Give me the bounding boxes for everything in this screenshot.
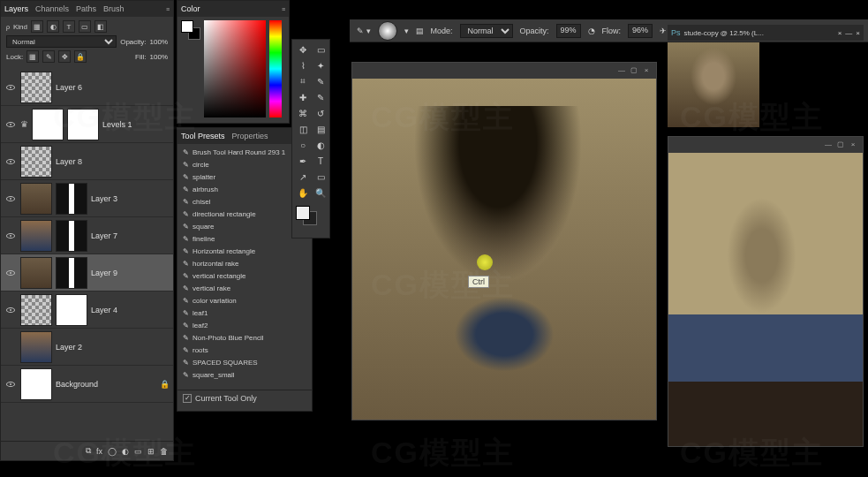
path-tool[interactable]: ↗ (294, 169, 312, 185)
visibility-toggle[interactable] (4, 193, 17, 205)
canvas-reference[interactable] (668, 153, 863, 446)
tab-properties[interactable]: Properties (232, 132, 268, 140)
canvas-main-titlebar[interactable]: — ▢ × (352, 63, 656, 79)
pressure-opacity-icon[interactable]: ◔ (588, 26, 595, 35)
layer-name[interactable]: Layer 6 (56, 83, 82, 92)
adjustment-layer-icon[interactable]: ◐ (122, 447, 129, 456)
fill-value[interactable]: 100% (150, 53, 168, 61)
group-icon[interactable]: ▭ (134, 447, 142, 456)
tool-foreground-swatch[interactable] (296, 206, 310, 220)
preset-item[interactable]: ✎Non-Photo Blue Pencil (177, 331, 312, 344)
move-tool[interactable]: ✥ (294, 42, 312, 57)
opacity-field[interactable]: 99% (556, 24, 581, 38)
color-menu-icon[interactable]: ≡ (282, 6, 285, 12)
layer-mask-thumbnail[interactable] (56, 183, 87, 215)
canvas-main[interactable] (352, 79, 656, 420)
preset-item[interactable]: ✎leaf1 (177, 307, 312, 319)
layer-name[interactable]: Layer 4 (91, 306, 117, 314)
preset-item[interactable]: ✎square_small (177, 368, 312, 381)
layer-name[interactable]: Levels 1 (102, 120, 132, 129)
brush-preview[interactable] (378, 21, 397, 41)
ref-minimize-icon[interactable]: — (824, 140, 833, 149)
layer-fx-icon[interactable]: fx (96, 447, 102, 456)
eraser-tool[interactable]: ◫ (294, 121, 312, 137)
blur-tool[interactable]: ○ (294, 137, 312, 153)
preset-item[interactable]: ✎Horizontal rectangle (177, 245, 312, 257)
layer-name[interactable]: Layer 9 (91, 269, 117, 277)
preset-item[interactable]: ✎leaf2 (177, 319, 312, 331)
brush-tool[interactable]: ✎ (312, 89, 329, 105)
layer-mask-thumbnail[interactable] (56, 294, 87, 326)
maximize-icon[interactable]: ▢ (630, 66, 638, 75)
mode-select[interactable]: Normal (460, 24, 513, 38)
history-tool[interactable]: ↺ (312, 105, 329, 121)
layer-row[interactable]: Layer 6 (1, 69, 173, 106)
ref-maximize-icon[interactable]: ▢ (836, 140, 845, 149)
lock-position-icon[interactable]: ✥ (58, 50, 71, 63)
layer-row[interactable]: Layer 8 (1, 143, 173, 180)
visibility-toggle[interactable] (4, 155, 17, 168)
type-tool[interactable]: T (312, 153, 329, 169)
hand-tool[interactable]: ✋ (294, 185, 312, 201)
visibility-toggle[interactable] (4, 304, 17, 316)
document-tab[interactable]: stude-copy @ 12.5% (L... (684, 29, 764, 37)
layer-thumbnail[interactable] (20, 368, 52, 400)
tab-close-icon[interactable]: × (838, 29, 842, 37)
fg-bg-swatches[interactable] (181, 20, 200, 40)
brush-panel-icon[interactable]: ▤ (416, 26, 424, 35)
airbrush-icon[interactable]: ✈ (660, 26, 667, 35)
visibility-toggle[interactable] (4, 378, 17, 390)
lock-pixels-icon[interactable]: ✎ (42, 50, 55, 63)
brush-picker-icon[interactable]: ▾ (404, 26, 409, 35)
canvas-thumbnail[interactable] (668, 42, 759, 127)
layer-thumbnail[interactable] (20, 220, 52, 252)
layer-name[interactable]: Background (56, 380, 98, 389)
preset-item[interactable]: ✎SPACED SQUARES (177, 356, 312, 368)
layer-thumbnail[interactable] (20, 72, 52, 103)
delete-layer-icon[interactable]: 🗑 (160, 447, 168, 456)
filter-pixel-icon[interactable]: ▦ (31, 20, 43, 33)
tab-color[interactable]: Color (181, 4, 200, 13)
tab-brush[interactable]: Brush (103, 4, 125, 13)
canvas-ref-titlebar[interactable]: — ▢ × (668, 137, 863, 153)
filter-smart-icon[interactable]: ◧ (94, 20, 107, 33)
visibility-toggle[interactable] (4, 267, 17, 279)
gradient-tool[interactable]: ▤ (312, 121, 329, 137)
crop-tool[interactable]: ⌗ (294, 73, 312, 89)
window-minimize-icon[interactable]: — (845, 29, 852, 37)
tool-preset-picker[interactable]: ✎ ▾ (357, 26, 371, 35)
preset-item[interactable]: ✎horizontal rake (177, 257, 312, 269)
lock-transparency-icon[interactable]: ▦ (26, 50, 39, 63)
layer-mask-thumbnail[interactable] (56, 220, 87, 252)
visibility-toggle[interactable] (4, 341, 17, 353)
layer-row[interactable]: Layer 4 (1, 292, 173, 329)
filter-shape-icon[interactable]: ▭ (79, 20, 91, 33)
layer-thumbnail[interactable] (20, 183, 52, 215)
layer-row[interactable]: ♛Levels 1 (1, 106, 173, 143)
tab-tool-presets[interactable]: Tool Presets (181, 132, 225, 140)
layer-thumbnail[interactable] (20, 257, 52, 289)
wand-tool[interactable]: ✦ (312, 57, 329, 73)
tab-paths[interactable]: Paths (76, 4, 96, 13)
visibility-toggle[interactable] (4, 118, 17, 131)
hue-strip[interactable] (269, 20, 282, 117)
opacity-value[interactable]: 100% (150, 38, 168, 46)
stamp-tool[interactable]: ⌘ (294, 105, 312, 121)
foreground-swatch[interactable] (181, 20, 193, 33)
window-close-icon[interactable]: × (856, 29, 860, 37)
layer-list[interactable]: Layer 6♛Levels 1Layer 8Layer 3Layer 7Lay… (1, 69, 173, 449)
preset-item[interactable]: ✎roots (177, 344, 312, 356)
tab-channels[interactable]: Channels (35, 4, 69, 13)
layer-name[interactable]: Layer 2 (56, 343, 82, 352)
preset-item[interactable]: ✎vertical rectangle (177, 269, 312, 282)
preset-item[interactable]: ✎vertical rake (177, 282, 312, 294)
layer-name[interactable]: Layer 8 (56, 157, 82, 166)
layer-row[interactable]: Background🔒 (1, 366, 173, 403)
shape-tool[interactable]: ▭ (312, 169, 329, 185)
new-layer-icon[interactable]: ⊞ (147, 447, 155, 456)
marquee-tool[interactable]: ▭ (312, 42, 329, 57)
layer-thumbnail[interactable] (20, 331, 52, 363)
lasso-tool[interactable]: ⌇ (294, 57, 312, 73)
panel-menu-icon[interactable]: ≡ (166, 6, 170, 12)
layer-mask-icon[interactable]: ◯ (108, 447, 117, 456)
